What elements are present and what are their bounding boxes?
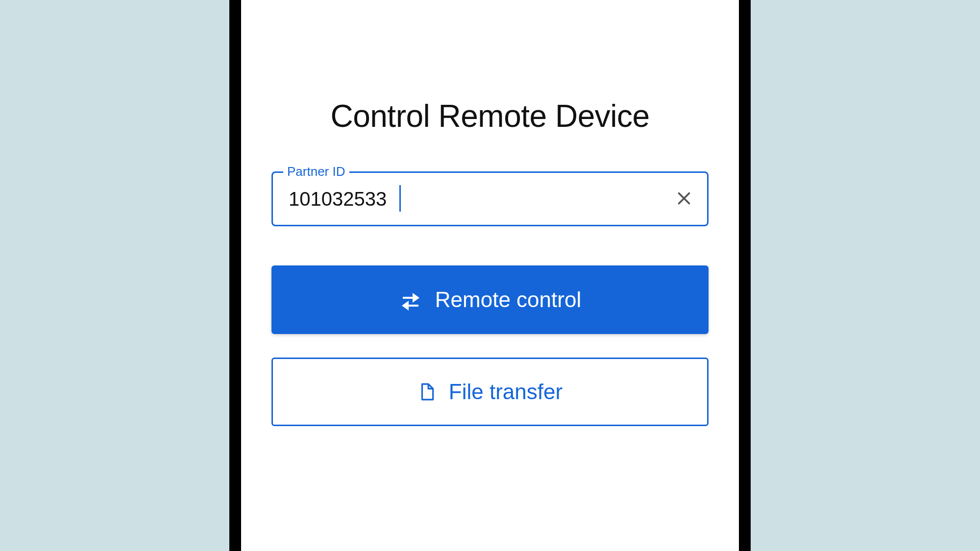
- partner-id-input[interactable]: [271, 171, 709, 226]
- app-screen: Control Remote Device Partner ID: [241, 0, 739, 551]
- device-frame: Control Remote Device Partner ID: [229, 0, 751, 551]
- file-icon: [417, 383, 436, 401]
- partner-id-label: Partner ID: [283, 164, 349, 179]
- file-transfer-label: File transfer: [449, 380, 563, 404]
- remote-control-button[interactable]: Remote control: [271, 265, 709, 334]
- page-title: Control Remote Device: [271, 98, 709, 134]
- file-transfer-button[interactable]: File transfer: [271, 358, 709, 426]
- clear-input-button[interactable]: [672, 187, 696, 211]
- partner-id-input-group: Partner ID: [271, 171, 709, 226]
- close-icon: [675, 190, 693, 209]
- remote-control-label: Remote control: [435, 287, 581, 312]
- text-cursor: [399, 185, 401, 212]
- swap-arrows-icon: [399, 288, 422, 311]
